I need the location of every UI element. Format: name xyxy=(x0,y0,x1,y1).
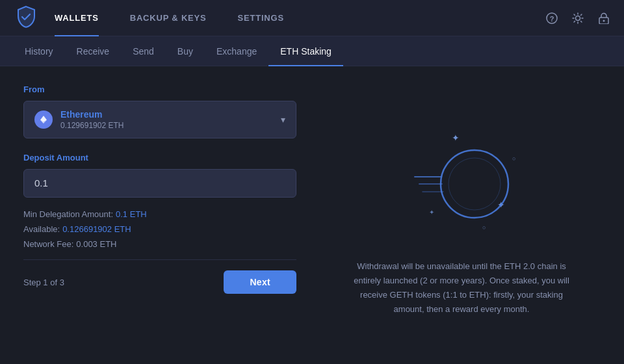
main-content: From Ethereum 0.129691902 ETH ▾ Deposit … xyxy=(0,66,624,364)
svg-line-9 xyxy=(581,14,582,15)
svg-line-8 xyxy=(581,21,582,21)
svg-line-7 xyxy=(574,14,575,15)
svg-text:✦: ✦ xyxy=(452,133,460,143)
network-fee-label: Network Fee: xyxy=(23,239,73,249)
help-icon[interactable]: ? xyxy=(545,11,559,25)
svg-point-21 xyxy=(441,150,508,218)
svg-text:✦: ✦ xyxy=(429,209,434,216)
brightness-icon[interactable] xyxy=(571,11,585,25)
network-fee-value: 0.003 ETH xyxy=(76,239,116,249)
step-label: Step 1 of 3 xyxy=(23,278,64,287)
svg-point-2 xyxy=(576,16,580,20)
available-row: Available: 0.126691902 ETH xyxy=(23,224,296,234)
min-delegation-value: 0.1 ETH xyxy=(116,209,147,219)
svg-text:?: ? xyxy=(550,14,554,22)
svg-text:○: ○ xyxy=(482,224,486,231)
footer-row: Step 1 of 3 Next xyxy=(23,270,296,294)
left-panel: From Ethereum 0.129691902 ETH ▾ Deposit … xyxy=(23,84,296,346)
tab-history[interactable]: History xyxy=(13,36,65,66)
amount-input-wrapper[interactable] xyxy=(23,169,296,198)
deposit-label: Deposit Amount xyxy=(23,153,296,162)
from-label: From xyxy=(23,84,296,94)
right-panel: ✦ ○ ✦ ✦ ○ Withdrawal will be unavailable… xyxy=(322,84,601,346)
staking-graphic: ✦ ○ ✦ ✦ ○ xyxy=(384,114,540,244)
available-value: 0.126691902 ETH xyxy=(62,224,131,234)
lock-icon[interactable] xyxy=(597,11,611,25)
svg-line-10 xyxy=(574,21,575,21)
nav-backup[interactable]: BACKUP & KEYS xyxy=(114,0,222,36)
coin-balance: 0.129691902 ETH xyxy=(60,121,281,130)
tab-receive[interactable]: Receive xyxy=(65,36,122,66)
next-button[interactable]: Next xyxy=(224,270,296,294)
deposit-section: Deposit Amount xyxy=(23,153,296,198)
nav-settings[interactable]: SETTINGS xyxy=(222,0,300,36)
svg-point-12 xyxy=(603,20,605,21)
svg-point-22 xyxy=(448,158,500,210)
deposit-input[interactable] xyxy=(34,177,285,188)
available-label: Available: xyxy=(23,224,60,234)
eth-icon xyxy=(34,110,53,129)
min-delegation-row: Min Delegation Amount: 0.1 ETH xyxy=(23,209,296,219)
top-navigation: WALLETS BACKUP & KEYS SETTINGS ? xyxy=(0,0,624,36)
chevron-down-icon: ▾ xyxy=(281,114,285,125)
min-delegation-label: Min Delegation Amount: xyxy=(23,209,113,219)
tab-exchange[interactable]: Exchange xyxy=(205,36,268,66)
svg-text:○: ○ xyxy=(512,155,515,162)
divider xyxy=(23,259,296,260)
sub-tabs: History Receive Send Buy Exchange ETH St… xyxy=(0,36,624,66)
coin-info: Ethereum 0.129691902 ETH xyxy=(60,109,281,130)
staking-info-text: Withdrawal will be unavailable until the… xyxy=(351,259,572,317)
coin-selector[interactable]: Ethereum 0.129691902 ETH ▾ xyxy=(23,101,296,138)
nav-icons: ? xyxy=(545,11,611,25)
nav-links: WALLETS BACKUP & KEYS SETTINGS xyxy=(39,0,545,36)
info-rows: Min Delegation Amount: 0.1 ETH Available… xyxy=(23,209,296,249)
tab-buy[interactable]: Buy xyxy=(166,36,205,66)
tab-send[interactable]: Send xyxy=(121,36,166,66)
network-fee-row: Network Fee: 0.003 ETH xyxy=(23,239,296,249)
nav-wallets[interactable]: WALLETS xyxy=(39,0,114,36)
logo xyxy=(13,4,39,32)
coin-name: Ethereum xyxy=(60,109,281,120)
tab-eth-staking[interactable]: ETH Staking xyxy=(268,36,343,66)
